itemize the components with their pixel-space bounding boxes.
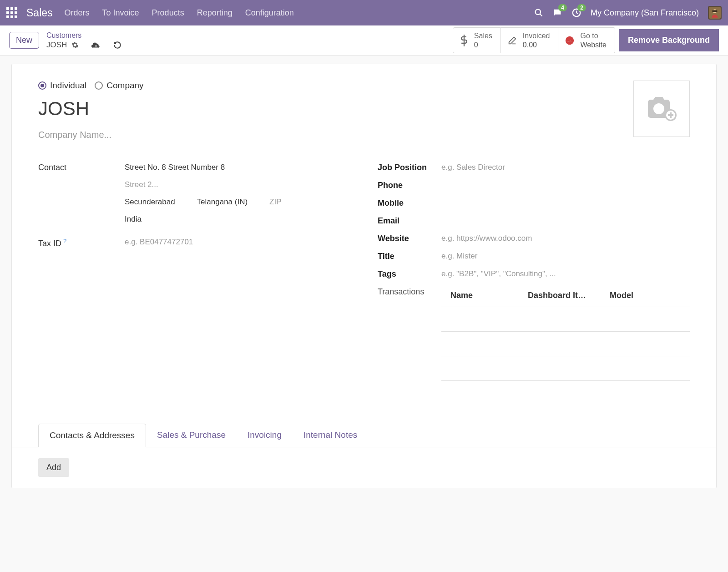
nav-reporting[interactable]: Reporting [197, 8, 233, 18]
breadcrumb-parent[interactable]: Customers [46, 31, 121, 40]
stat-sales-value: 0 [474, 40, 492, 49]
apps-icon[interactable] [6, 7, 17, 18]
country-input[interactable]: India [125, 215, 350, 224]
nav-orders[interactable]: Orders [65, 8, 90, 18]
tab-bar: Contacts & Addresses Sales & Purchase In… [12, 424, 716, 447]
gear-icon[interactable] [71, 41, 79, 49]
street2-input[interactable]: Street 2... [125, 180, 350, 189]
nav-configuration[interactable]: Configuration [245, 8, 294, 18]
table-row[interactable] [441, 332, 690, 356]
record-name[interactable]: JOSH [38, 98, 606, 120]
label-website: Website [378, 234, 441, 243]
dollar-icon [460, 34, 469, 47]
image-upload[interactable] [633, 81, 690, 137]
transactions-table: Name Dashboard It… Model [441, 287, 690, 405]
nav-to-invoice[interactable]: To Invoice [102, 8, 139, 18]
th-dashboard[interactable]: Dashboard It… [528, 291, 610, 300]
remove-background-button[interactable]: Remove Background [619, 29, 719, 51]
help-icon[interactable]: ? [63, 238, 66, 244]
table-row[interactable] [441, 307, 690, 332]
add-button[interactable]: Add [38, 458, 69, 477]
tab-notes[interactable]: Internal Notes [293, 424, 368, 447]
title-input[interactable]: e.g. Mister [441, 252, 690, 261]
stat-website[interactable]: Go to Website [558, 27, 615, 53]
search-icon[interactable] [534, 8, 543, 17]
company-name[interactable]: My Company (San Francisco) [591, 8, 699, 18]
stat-sales[interactable]: Sales 0 [453, 27, 501, 53]
discard-icon[interactable] [113, 41, 121, 49]
radio-company[interactable]: Company [95, 81, 143, 91]
label-phone: Phone [378, 181, 441, 190]
svg-line-1 [540, 14, 542, 16]
taxid-input[interactable]: e.g. BE0477472701 [125, 238, 350, 247]
label-contact: Contact [38, 163, 125, 172]
stat-website-line2: Website [580, 40, 607, 49]
label-email: Email [378, 216, 441, 226]
label-job: Job Position [378, 163, 441, 172]
user-avatar[interactable] [708, 6, 722, 20]
stat-invoiced[interactable]: Invoiced 0.00 [501, 27, 559, 53]
table-row[interactable] [441, 381, 690, 405]
job-input[interactable]: e.g. Sales Director [441, 163, 690, 172]
website-input[interactable]: e.g. https://www.odoo.com [441, 234, 690, 243]
label-mobile: Mobile [378, 198, 441, 208]
label-taxid: Tax ID? [38, 238, 125, 248]
th-name[interactable]: Name [450, 291, 528, 300]
tab-invoicing[interactable]: Invoicing [237, 424, 293, 447]
nav-menu: Orders To Invoice Products Reporting Con… [65, 8, 294, 18]
globe-icon [565, 35, 575, 46]
th-model[interactable]: Model [610, 291, 690, 300]
label-tags: Tags [378, 269, 441, 279]
new-button[interactable]: New [9, 32, 39, 49]
activity-icon[interactable]: 2 [571, 8, 581, 18]
stat-sales-label: Sales [474, 31, 492, 40]
edit-icon [507, 35, 517, 46]
svg-point-6 [566, 36, 574, 44]
nav-products[interactable]: Products [152, 8, 184, 18]
city-input[interactable]: Secunderabad [125, 197, 175, 207]
stat-website-line1: Go to [580, 31, 607, 40]
label-transactions: Transactions [378, 287, 441, 297]
state-input[interactable]: Telangana (IN) [197, 197, 248, 207]
company-name-input[interactable]: Company Name... [38, 130, 606, 140]
svg-point-0 [535, 10, 541, 15]
tab-sales[interactable]: Sales & Purchase [146, 424, 237, 447]
stat-invoiced-value: 0.00 [523, 40, 550, 49]
label-title: Title [378, 252, 441, 261]
breadcrumb: Customers JOSH [46, 31, 121, 50]
tags-input[interactable]: e.g. "B2B", "VIP", "Consulting", ... [441, 269, 690, 278]
stat-invoiced-label: Invoiced [523, 31, 550, 40]
tab-contacts[interactable]: Contacts & Addresses [38, 424, 146, 447]
messages-icon[interactable]: 4 [552, 8, 562, 18]
zip-input[interactable]: ZIP [269, 197, 281, 207]
radio-individual[interactable]: Individual [38, 81, 86, 91]
svg-rect-5 [713, 10, 718, 12]
messages-badge: 4 [558, 4, 567, 11]
cloud-upload-icon[interactable] [91, 41, 101, 49]
table-row[interactable] [441, 356, 690, 381]
street1-input[interactable]: Street No. 8 Street Number 8 [125, 163, 350, 172]
breadcrumb-current: JOSH [46, 40, 67, 50]
app-brand[interactable]: Sales [26, 7, 53, 19]
activity-badge: 2 [577, 4, 586, 11]
